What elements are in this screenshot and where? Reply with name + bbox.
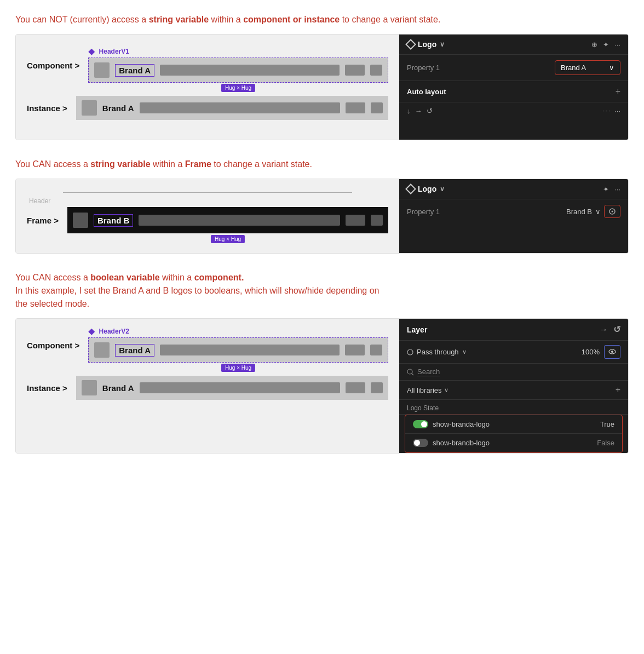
panel-header-1: Logo ∨ ⊕ ✦ ··· (399, 35, 628, 55)
var2-value: False (597, 439, 614, 447)
panel-logo-row-2: Logo ∨ (407, 185, 445, 193)
instance-label-3: Instance > (27, 383, 67, 393)
variable-row-2: show-brandb-logo False (405, 434, 622, 452)
var1-value: True (600, 420, 614, 428)
property-label-2: Property 1 (407, 208, 440, 216)
chevron-pass[interactable]: ∨ (462, 348, 467, 355)
diamond-icon-3 (88, 329, 95, 335)
diamond-icon-panel-2 (405, 183, 416, 194)
demo-canvas-3: Component > HeaderV2 Brand A Hug × Hug (16, 319, 399, 453)
bar-sm-5 (345, 345, 365, 355)
demo-area-1: Component > HeaderV1 Brand A Hug × Hug (15, 34, 629, 140)
bar-md-5 (160, 345, 340, 355)
chevron-logo-2[interactable]: ∨ (440, 185, 445, 193)
bar-md-1 (160, 65, 340, 76)
autolayout-row-1: Auto layout + (399, 81, 628, 102)
bar-xs-6 (371, 382, 383, 393)
panel-property-row-1: Property 1 Brand A ∨ (399, 55, 628, 81)
brand-text-component-1: Brand A (115, 64, 154, 77)
panel-1: Logo ∨ ⊕ ✦ ··· Property 1 Brand A ∨ Auto… (399, 35, 628, 140)
svg-line-6 (412, 374, 413, 375)
eye-icon-box-3[interactable] (604, 345, 620, 359)
plus-icon-1[interactable]: + (616, 87, 620, 96)
dots-icon-2[interactable]: ··· (614, 185, 620, 193)
brand-text-instance-3: Brand A (102, 383, 134, 393)
bar-md-3 (139, 215, 340, 226)
arrow-icon-layer: → (599, 325, 608, 335)
bar-xs-5 (370, 345, 382, 355)
svg-point-2 (407, 349, 413, 355)
section-2: You CAN access a string variable within … (15, 158, 629, 254)
brand-text-component-3: Brand A (115, 344, 154, 357)
pass-right-3: 100% (582, 345, 620, 359)
frame-row-2: Frame > Brand B Hug × Hug (27, 207, 388, 233)
component-box-3: Brand A Hug × Hug (88, 337, 388, 363)
panel-3: Layer → ↺ Pass through ∨ 100% (399, 319, 628, 453)
chevron-logo-1[interactable]: ∨ (440, 41, 445, 48)
panel-bottom-1: ↓ → ↺ · · · ··· (399, 102, 628, 119)
component-box-1: Brand A Hug × Hug (88, 58, 388, 83)
toggle-off-2[interactable] (413, 439, 428, 447)
bar-xs-1 (370, 65, 382, 76)
dots2-bottom-1: ··· (614, 107, 620, 115)
bar-md-2 (140, 102, 340, 113)
hug-tag-3: Hug × Hug (221, 364, 255, 372)
component-row-3: Component > HeaderV2 Brand A Hug × Hug (27, 328, 388, 363)
circle-outline-icon (407, 349, 413, 355)
circle-icon-box-2[interactable] (604, 205, 620, 218)
sparkle-icon-1[interactable]: ✦ (603, 41, 609, 49)
logo-icon-placeholder-5 (94, 342, 110, 358)
section3-description: You CAN access a boolean variable within… (15, 271, 629, 311)
frame-header-label-2: Header (27, 197, 388, 205)
chevron-val-2: ∨ (595, 208, 601, 216)
bar-sm-3 (346, 215, 365, 226)
diamond-icon-panel-1 (405, 39, 416, 50)
section1-description: You can NOT (currently) access a string … (15, 13, 629, 26)
panel-2: Logo ∨ ✦ ··· Property 1 Brand B ∨ (399, 179, 628, 253)
demo-area-2: Header Frame > Brand B Hug × Hug (15, 179, 629, 254)
target-icon-1[interactable]: ⊕ (591, 41, 597, 49)
svg-point-4 (611, 351, 613, 353)
section-1: You can NOT (currently) access a string … (15, 13, 629, 140)
plus-libraries[interactable]: + (616, 385, 620, 395)
demo-canvas-2: Header Frame > Brand B Hug × Hug (16, 179, 399, 253)
section2-description: You CAN access a string variable within … (15, 158, 629, 171)
logo-icon-placeholder-3 (73, 213, 88, 228)
dots-icon-1[interactable]: ··· (614, 41, 620, 49)
arrow-down-icon-1: ↓ (407, 107, 411, 115)
component-label-3: Component > (27, 341, 79, 350)
bar-xs-3 (371, 215, 383, 226)
pass-left-3: Pass through ∨ (407, 348, 467, 356)
search-row-3: Search (399, 364, 628, 381)
logo-icon-placeholder-6 (82, 380, 97, 395)
arrow-right-icon-1: → (415, 107, 422, 115)
brand-text-instance-1: Brand A (102, 104, 134, 113)
diamond-icon-1 (88, 49, 95, 55)
bar-xs-2 (371, 102, 383, 113)
variable-row-1: show-branda-logo True (405, 415, 622, 434)
instance-row-1: Instance > Brand A (27, 96, 388, 120)
rotate-icon-layer: ↺ (613, 324, 620, 335)
panel-icons-1: ⊕ ✦ ··· (591, 41, 620, 49)
search-placeholder-3[interactable]: Search (417, 368, 440, 376)
layer-panel-header-3: Layer → ↺ (399, 319, 628, 341)
frame-separator-2 (63, 192, 352, 193)
chevron-lib[interactable]: ∨ (444, 387, 449, 394)
logo-state-header-3: Logo State (399, 400, 628, 415)
logo-icon-placeholder-1 (94, 62, 110, 78)
panel-icons-2: ✦ ··· (603, 185, 620, 193)
component-label-1: Component > (27, 61, 79, 70)
passthrough-row-3: Pass through ∨ 100% (399, 341, 628, 364)
bar-md-6 (140, 382, 340, 393)
variable-group-box-3: show-branda-logo True show-brandb-logo F… (405, 415, 623, 453)
header-tag-3: HeaderV2 (88, 328, 388, 335)
sparkle-icon-2[interactable]: ✦ (603, 185, 609, 193)
bar-sm-1 (345, 65, 365, 76)
frame-label-2: Frame > (27, 216, 59, 225)
libraries-row-3: All libraries ∨ + (399, 381, 628, 400)
logo-icon-placeholder-2 (82, 100, 97, 116)
brand-value-box-1[interactable]: Brand A ∨ (555, 60, 620, 75)
svg-point-1 (612, 211, 613, 213)
toggle-on-1[interactable] (413, 420, 428, 428)
autolayout-label-1: Auto layout (407, 88, 446, 96)
